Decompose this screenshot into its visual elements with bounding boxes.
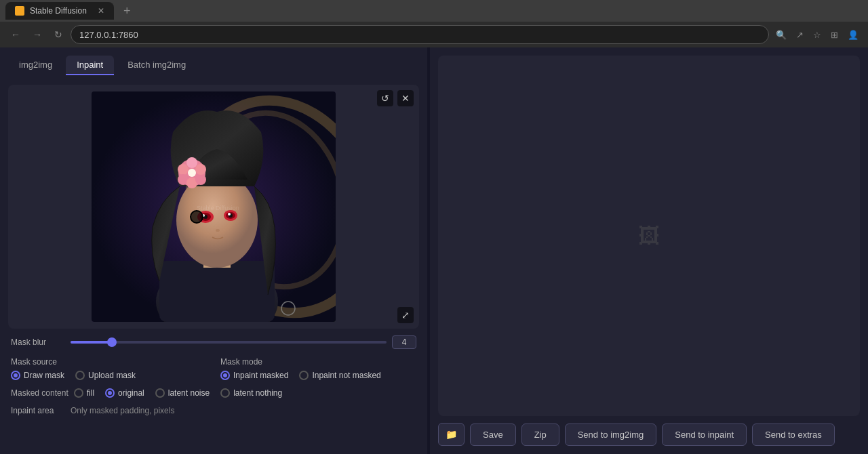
radio-fill-btn[interactable] [74,388,83,398]
radio-latent-nothing-label: latent nothing [233,388,282,398]
output-area: 🖼 [438,56,860,416]
svg-point-9 [178,164,189,175]
radio-original-btn[interactable] [105,388,115,398]
reset-image-button[interactable]: ↺ [377,90,393,106]
radio-original-label: original [118,388,144,398]
save-button[interactable]: Save [470,424,516,446]
right-panel: 🖼 📁 Save Zip Send to img2img Send to inp… [430,47,868,454]
inpaint-area-label: Inpaint area [11,406,65,415]
radio-upload-mask-label: Upload mask [88,371,136,380]
tab-favicon-icon [15,6,24,16]
send-to-inpaint-button[interactable]: Send to inpaint [662,424,747,446]
radio-latent-noise[interactable]: latent noise [155,388,210,398]
mask-blur-label: Mask blur [11,337,65,347]
output-placeholder-icon: 🖼 [638,224,660,249]
radio-fill-label: fill [87,388,94,398]
slider-thumb[interactable] [107,337,117,347]
mask-blur-slider[interactable] [71,341,387,344]
mask-source-label: Mask source [11,357,207,367]
svg-rect-4 [159,261,275,322]
browser-toolbar: ← → ↻ 127.0.0.1:7860 🔍 ↗ ☆ ⊞ 👤 [0,22,868,47]
radio-latent-nothing-btn[interactable] [220,388,230,398]
controls-section: Mask blur 4 Mask source Draw m [8,335,419,415]
main-ui: img2img Inpaint Batch img2img [0,47,868,454]
address-bar[interactable]: 127.0.0.1:7860 [71,25,769,44]
radio-latent-noise-btn[interactable] [155,388,165,398]
send-to-img2img-button[interactable]: Send to img2img [565,424,657,446]
mask-blur-slider-container: 4 [71,335,416,349]
tab-row: img2img Inpaint Batch img2img [8,56,419,75]
browser-chrome: Stable Diffusion ✕ + ← → ↻ 127.0.0.1:786… [0,0,868,47]
new-tab-button[interactable]: + [119,3,135,20]
close-image-button[interactable]: ✕ [397,90,414,106]
mask-source-radio-group: Draw mask Upload mask [11,371,207,380]
extensions-icon[interactable]: ⊞ [828,27,841,43]
anime-canvas[interactable]: Stable Diffusion [92,91,336,322]
mask-mode-radio-group: Inpaint masked Inpaint not masked [220,371,416,380]
svg-point-12 [195,174,206,185]
masked-content-row: Masked content fill original latent nois… [11,388,416,398]
search-icon[interactable]: 🔍 [773,27,789,43]
radio-inpaint-masked[interactable]: Inpaint masked [220,371,288,380]
forward-button[interactable]: → [28,26,46,43]
tab-batch-img2img[interactable]: Batch img2img [117,56,197,75]
tab-img2img[interactable]: img2img [8,56,63,75]
mask-blur-value[interactable]: 4 [392,335,416,349]
svg-point-22 [228,213,231,215]
expand-image-button[interactable]: ⤢ [397,307,414,323]
send-to-extras-button[interactable]: Send to extras [752,424,835,446]
mask-mode-col: Mask mode Inpaint masked Inpaint not mas… [220,357,416,380]
bookmark-icon[interactable]: ☆ [810,27,824,43]
radio-latent-noise-label: latent noise [168,388,210,398]
radio-inpaint-masked-btn[interactable] [220,371,230,380]
radio-upload-mask-btn[interactable] [75,371,85,380]
canvas-image: Stable Diffusion [92,91,336,322]
reload-button[interactable]: ↻ [50,26,66,43]
left-panel: img2img Inpaint Batch img2img [0,47,427,454]
profile-icon[interactable]: 👤 [845,27,861,43]
mask-mode-label: Mask mode [220,357,416,367]
masked-content-label: Masked content [11,388,68,398]
brush-cursor [190,210,203,224]
radio-latent-nothing[interactable]: latent nothing [220,388,282,398]
radio-inpaint-masked-label: Inpaint masked [233,371,288,380]
tab-inpaint[interactable]: Inpaint [66,56,114,75]
radio-draw-mask[interactable]: Draw mask [11,371,64,380]
radio-draw-mask-label: Draw mask [24,371,64,380]
radio-inpaint-not-masked-label: Inpaint not masked [312,371,380,380]
inpaint-area-row: Inpaint area Only masked padding, pixels [11,406,416,415]
image-container: Stable Diffusion ↺ ✕ ⤢ [8,85,419,329]
action-buttons: 📁 Save Zip Send to img2img Send to inpai… [438,423,860,446]
address-text: 127.0.0.1:7860 [79,30,138,40]
svg-text:Stable Diffusion: Stable Diffusion [197,205,239,211]
svg-point-13 [195,164,206,175]
mask-source-mode-row: Mask source Draw mask Upload mask Mask m [11,357,416,380]
back-button[interactable]: ← [7,26,24,43]
radio-fill[interactable]: fill [74,388,94,398]
radio-original[interactable]: original [105,388,144,398]
only-masked-label: Only masked padding, pixels [71,406,174,415]
radio-draw-mask-btn[interactable] [11,371,20,380]
slider-fill [71,341,112,344]
browser-toolbar-icons: 🔍 ↗ ☆ ⊞ 👤 [773,27,861,43]
radio-inpaint-not-masked[interactable]: Inpaint not masked [299,371,380,380]
tab-title: Stable Diffusion [30,6,87,16]
folder-button[interactable]: 📁 [438,423,465,446]
image-toolbar: ↺ ✕ [377,90,414,106]
svg-point-14 [188,169,196,177]
browser-titlebar: Stable Diffusion ✕ + [0,0,868,22]
svg-point-23 [216,229,220,232]
tab-close-button[interactable]: ✕ [98,6,104,16]
radio-inpaint-not-masked-btn[interactable] [299,371,309,380]
mask-source-col: Mask source Draw mask Upload mask [11,357,207,380]
browser-tab[interactable]: Stable Diffusion ✕ [5,2,114,20]
masked-content-radio-group: fill original latent noise latent nothin… [74,388,283,398]
svg-point-8 [186,157,197,168]
zip-button[interactable]: Zip [521,424,559,446]
share-icon[interactable]: ↗ [793,27,806,43]
mask-blur-row: Mask blur 4 [11,335,416,349]
radio-upload-mask[interactable]: Upload mask [75,371,136,380]
